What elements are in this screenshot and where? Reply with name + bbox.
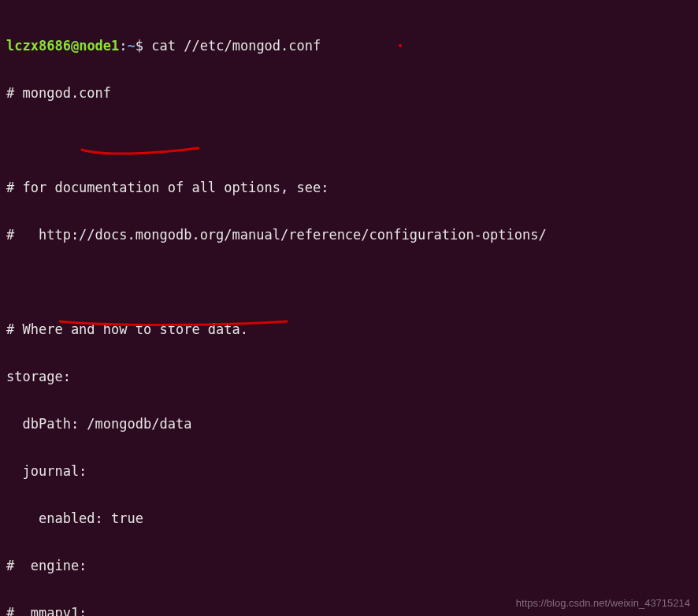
prompt-dollar: $ <box>136 38 143 54</box>
prompt-path: ~ <box>128 38 136 54</box>
terminal-window[interactable]: lczx8686@node1:~$ cat //etc/mongod.conf … <box>0 0 698 616</box>
output-line: enabled: true <box>6 510 692 526</box>
output-line: # http://docs.mongodb.org/manual/referen… <box>6 227 692 243</box>
output-line: # mongod.conf <box>6 85 692 101</box>
prompt-at: @ <box>71 38 79 54</box>
output-line: dbPath: /mongodb/data <box>6 416 692 432</box>
command-text: cat //etc/mongod.conf <box>151 38 321 54</box>
output-line: # engine: <box>6 558 692 573</box>
prompt-line: lczx8686@node1:~$ cat //etc/mongod.conf <box>6 38 692 54</box>
watermark-text: https://blog.csdn.net/weixin_43715214 <box>516 596 690 611</box>
output-line: # Where and how to store data. <box>6 321 692 337</box>
output-line <box>6 274 692 290</box>
output-line: # for documentation of all options, see: <box>6 180 692 195</box>
output-line <box>6 132 692 148</box>
prompt-colon: : <box>119 38 127 54</box>
output-line: journal: <box>6 463 692 479</box>
prompt-host: node1 <box>79 38 119 54</box>
prompt-user: lczx8686 <box>6 38 71 54</box>
output-line: storage: <box>6 369 692 384</box>
